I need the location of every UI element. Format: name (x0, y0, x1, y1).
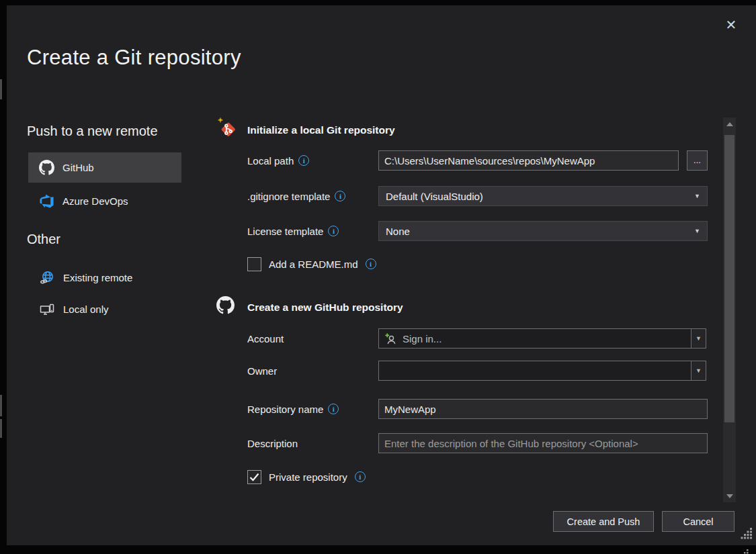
vertical-scrollbar[interactable] (723, 118, 736, 502)
browse-button[interactable]: ... (687, 150, 708, 171)
repository-name-label: Repository name i (247, 399, 339, 419)
account-row: Account Sign in... ▼ (247, 328, 708, 349)
signin-placeholder: Sign in... (403, 333, 442, 344)
github-icon (39, 160, 54, 175)
readme-checkbox-row: ✓ Add a README.md i (247, 256, 376, 272)
statusbar-grip-dots (736, 547, 749, 554)
info-icon[interactable]: i (328, 226, 339, 236)
sidebar-item-github[interactable]: GitHub (28, 152, 181, 183)
private-checkbox-row: Private repository i (247, 469, 366, 485)
git-new-repo-icon (216, 117, 239, 142)
license-label: License template i (247, 221, 339, 241)
create-and-push-button[interactable]: Create and Push (553, 511, 654, 532)
scroll-down-button[interactable] (723, 490, 736, 502)
chevron-down-icon: ▼ (694, 193, 700, 199)
create-git-repository-dialog: ✕ Create a Git repository Push to a new … (7, 5, 756, 545)
info-icon[interactable]: i (335, 191, 345, 201)
chevron-down-icon: ▼ (696, 335, 702, 342)
gitignore-template-dropdown[interactable]: Default (VisualStudio) ▼ (378, 186, 708, 206)
github-icon (216, 296, 235, 317)
account-label: Account (247, 328, 284, 349)
existing-remote-globe-icon (39, 270, 55, 286)
add-user-icon (384, 332, 397, 345)
gitignore-label: .gitignore template i (247, 186, 345, 206)
info-icon[interactable]: i (328, 404, 339, 414)
repository-name-row: Repository name i (247, 399, 708, 419)
section-title-create-github: Create a new GitHub repository (247, 302, 403, 314)
description-label: Description (247, 433, 298, 453)
description-row: Description (247, 433, 708, 453)
local-path-label: Local path i (247, 150, 309, 171)
sidebar-item-local-only[interactable]: Local only (28, 294, 181, 324)
checkmark-icon (249, 473, 259, 481)
background-window-edge (0, 419, 2, 438)
sidebar-heading-other: Other (27, 232, 60, 247)
owner-value[interactable] (379, 361, 691, 380)
sidebar-item-label: Existing remote (63, 272, 132, 283)
readme-checkbox[interactable]: ✓ (247, 257, 261, 271)
local-path-input[interactable] (378, 150, 679, 171)
license-row: License template i None ▼ (247, 221, 708, 241)
owner-combobox[interactable]: ▼ (378, 361, 706, 381)
chevron-down-icon: ▼ (694, 228, 700, 234)
section-title-initialize-local: Initialize a local Git repository (247, 124, 395, 136)
sidebar-item-azure-devops[interactable]: Azure DevOps (28, 186, 181, 216)
close-icon: ✕ (726, 17, 737, 33)
gitignore-row: .gitignore template i Default (VisualStu… (247, 186, 708, 206)
owner-label: Owner (247, 361, 277, 381)
chevron-down-icon: ▼ (696, 367, 702, 374)
description-input[interactable] (378, 433, 708, 453)
owner-dropdown-button[interactable]: ▼ (691, 361, 706, 380)
local-path-row: Local path i ... (247, 150, 708, 171)
scroll-up-icon (726, 122, 733, 126)
account-dropdown-button[interactable]: ▼ (691, 329, 706, 348)
dropdown-value: Default (VisualStudio) (386, 191, 483, 202)
scroll-up-button[interactable] (723, 118, 736, 130)
dropdown-value: None (386, 226, 410, 237)
readme-label: Add a README.md (269, 259, 358, 270)
cancel-button[interactable]: Cancel (662, 511, 734, 532)
info-icon[interactable]: i (298, 155, 309, 166)
sidebar-item-existing-remote[interactable]: Existing remote (28, 263, 181, 293)
account-combobox[interactable]: Sign in... ▼ (378, 328, 706, 349)
dialog-title: Create a Git repository (27, 46, 241, 70)
repository-name-input[interactable] (378, 399, 708, 419)
sidebar-heading-push: Push to a new remote (27, 124, 158, 139)
close-button[interactable]: ✕ (721, 15, 741, 35)
account-signin[interactable]: Sign in... (379, 329, 691, 348)
azure-devops-icon (39, 193, 54, 209)
resize-grip[interactable] (739, 528, 753, 544)
background-window-edge (0, 79, 2, 99)
scroll-down-icon (726, 494, 733, 498)
private-repository-checkbox[interactable] (247, 470, 261, 484)
owner-row: Owner ▼ (247, 361, 708, 381)
local-only-devices-icon (39, 302, 55, 318)
private-repository-label: Private repository (269, 471, 347, 483)
sidebar-item-label: Local only (63, 304, 109, 315)
info-icon[interactable]: i (366, 259, 376, 269)
scrollbar-thumb[interactable] (724, 135, 734, 422)
sidebar-item-label: GitHub (62, 162, 94, 173)
license-template-dropdown[interactable]: None ▼ (378, 221, 708, 241)
background-window-edge (0, 395, 2, 416)
info-icon[interactable]: i (355, 471, 366, 482)
sidebar-item-label: Azure DevOps (62, 195, 128, 207)
